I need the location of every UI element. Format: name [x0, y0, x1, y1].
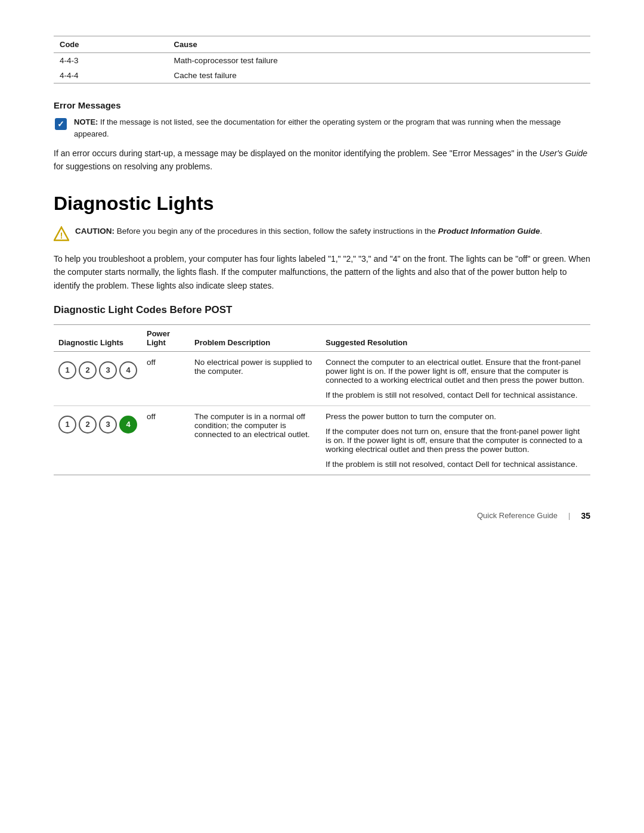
power-light-header: PowerLight: [142, 324, 190, 351]
top-error-codes-table: Code Cause 4-4-3 Math-coprocessor test f…: [54, 36, 590, 83]
table-row: 1 2 3 4 off The computer is in a normal …: [54, 405, 590, 475]
caution-bold-italic: Product Information Guide: [438, 227, 540, 236]
resolution-cell: Connect the computer to an electrical ou…: [321, 351, 590, 405]
problem-description-header: Problem Description: [190, 324, 321, 351]
note-body: If the message is not listed, see the do…: [74, 117, 561, 138]
power-cell: off: [142, 405, 190, 475]
light-2: 2: [79, 361, 97, 379]
error-messages-body: If an error occurs during start-up, a me…: [54, 147, 590, 174]
svg-text:✓: ✓: [57, 119, 64, 129]
error-messages-heading: Error Messages: [54, 100, 590, 110]
cause-cell: Cache test failure: [168, 68, 590, 83]
table-row: 4-4-4 Cache test failure: [54, 68, 590, 83]
cause-cell: Math-coprocessor test failure: [168, 53, 590, 69]
note-label: NOTE:: [74, 117, 98, 126]
lights-display: 1 2 3 4: [58, 358, 137, 379]
footer-page-number: 35: [581, 511, 590, 521]
light-4: 4: [119, 361, 137, 379]
light-1: 1: [58, 361, 76, 379]
caution-icon: !: [54, 226, 69, 241]
lights-cell: 1 2 3 4: [54, 405, 142, 475]
lights-display: 1 2 3 4: [58, 412, 137, 433]
problem-cell: The computer is in a normal off conditio…: [190, 405, 321, 475]
lights-cell: 1 2 3 4: [54, 351, 142, 405]
error-messages-section: Error Messages ✓ NOTE: If the message is…: [54, 100, 590, 174]
svg-text:!: !: [60, 231, 63, 240]
footer: Quick Reference Guide | 35: [54, 511, 590, 521]
diagnostic-lights-body: To help you troubleshoot a problem, your…: [54, 252, 590, 292]
code-column-header: Code: [54, 36, 168, 53]
code-cell: 4-4-4: [54, 68, 168, 83]
code-cell: 4-4-3: [54, 53, 168, 69]
light-3: 3: [99, 416, 117, 433]
caution-label: CAUTION:: [75, 227, 114, 236]
diagnostic-lights-heading: Diagnostic Lights: [54, 193, 590, 215]
note-text: NOTE: If the message is not listed, see …: [74, 116, 590, 140]
diagnostic-light-codes-subheading: Diagnostic Light Codes Before POST: [54, 304, 590, 316]
footer-guide-label: Quick Reference Guide: [477, 511, 558, 520]
diagnostic-lights-table: Diagnostic Lights PowerLight Problem Des…: [54, 324, 590, 475]
light-2: 2: [79, 416, 97, 433]
suggested-resolution-header: Suggested Resolution: [321, 324, 590, 351]
note-icon: ✓: [54, 117, 68, 131]
light-1: 1: [58, 416, 76, 433]
caution-box: ! CAUTION: Before you begin any of the p…: [54, 225, 590, 241]
table-row: 4-4-3 Math-coprocessor test failure: [54, 53, 590, 69]
caution-body: Before you begin any of the procedures i…: [117, 227, 438, 236]
resolution-cell: Press the power button to turn the compu…: [321, 405, 590, 475]
table-row: 1 2 3 4 off No electrical power is suppl…: [54, 351, 590, 405]
caution-text: CAUTION: Before you begin any of the pro…: [75, 225, 542, 237]
problem-cell: No electrical power is supplied to the c…: [190, 351, 321, 405]
light-3: 3: [99, 361, 117, 379]
power-cell: off: [142, 351, 190, 405]
light-4-green: 4: [119, 416, 137, 433]
cause-column-header: Cause: [168, 36, 590, 53]
footer-separator: |: [568, 511, 570, 520]
diag-lights-header: Diagnostic Lights: [54, 324, 142, 351]
note-box: ✓ NOTE: If the message is not listed, se…: [54, 116, 590, 140]
diagnostic-lights-section: Diagnostic Lights ! CAUTION: Before you …: [54, 193, 590, 475]
